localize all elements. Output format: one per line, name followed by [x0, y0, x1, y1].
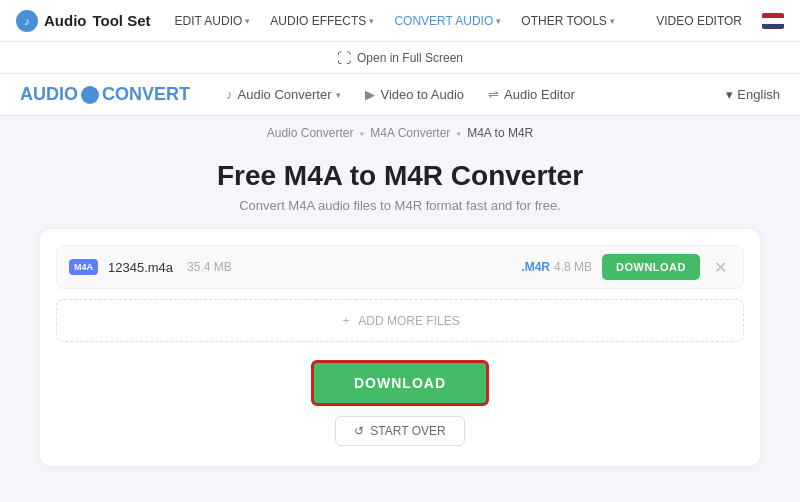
output-size: 4.8 MB: [554, 260, 592, 274]
sec-nav-audio-converter[interactable]: ♪ Audio Converter ▾: [214, 83, 353, 106]
file-row: M4A 12345.m4a 35.4 MB .M4R 4.8 MB DOWNLO…: [56, 245, 744, 289]
flag-icon: [762, 13, 784, 29]
fullscreen-bar[interactable]: ⛶ Open in Full Screen: [0, 42, 800, 74]
video-icon: ▶: [365, 87, 375, 102]
nav-convert-audio[interactable]: CONVERT AUDIO ▾: [386, 10, 509, 32]
file-name: 12345.m4a: [108, 260, 173, 275]
brand-logo[interactable]: AUDIO ♪ CONVERT: [20, 84, 190, 105]
chevron-down-icon: ▾: [369, 16, 374, 26]
chevron-down-icon: ▾: [726, 87, 733, 102]
close-file-button[interactable]: ✕: [710, 258, 731, 277]
page-title: Free M4A to M4R Converter: [40, 160, 760, 192]
plus-icon: ＋: [340, 312, 352, 329]
nav-other-tools[interactable]: OTHER TOOLS ▾: [513, 10, 623, 32]
breadcrumb-m4a-converter[interactable]: M4A Converter: [370, 126, 450, 140]
nav-video-editor[interactable]: VIDEO EDITOR: [648, 10, 750, 32]
top-nav: ♪ Audio Tool Set EDIT AUDIO ▾ AUDIO EFFE…: [0, 0, 800, 42]
sec-nav-audio-editor[interactable]: ⇌ Audio Editor: [476, 83, 587, 106]
language-selector[interactable]: ▾ English: [726, 87, 780, 102]
add-more-files-row[interactable]: ＋ ADD MORE FILES: [56, 299, 744, 342]
breadcrumb-audio-converter[interactable]: Audio Converter: [267, 126, 354, 140]
start-over-button[interactable]: ↺ START OVER: [335, 416, 464, 446]
chevron-down-icon: ▾: [610, 16, 615, 26]
logo-text2: Tool Set: [93, 12, 151, 29]
file-size: 35.4 MB: [187, 260, 232, 274]
secondary-nav: AUDIO ♪ CONVERT ♪ Audio Converter ▾ ▶ Vi…: [0, 74, 800, 116]
output-ext: .M4R: [521, 260, 550, 274]
chevron-down-icon: ▾: [496, 16, 501, 26]
logo[interactable]: ♪ Audio Tool Set: [16, 10, 151, 32]
brand-text2: CONVERT: [102, 84, 190, 105]
refresh-icon: ↺: [354, 424, 364, 438]
logo-icon: ♪: [16, 10, 38, 32]
output-info: .M4R 4.8 MB: [521, 260, 592, 274]
breadcrumb-dot: ●: [456, 129, 461, 138]
download-actions: DOWNLOAD ↺ START OVER: [56, 352, 744, 450]
fullscreen-icon: ⛶: [337, 50, 351, 66]
brand-text: AUDIO: [20, 84, 78, 105]
chevron-down-icon: ▾: [336, 90, 341, 100]
download-main-button[interactable]: DOWNLOAD: [311, 360, 489, 406]
brand-icon: ♪: [81, 86, 99, 104]
breadcrumb-dot: ●: [359, 129, 364, 138]
m4a-badge: M4A: [69, 259, 98, 275]
sliders-icon: ⇌: [488, 87, 499, 102]
breadcrumb-current: M4A to M4R: [467, 126, 533, 140]
logo-text: Audio: [44, 12, 87, 29]
download-file-button[interactable]: DOWNLOAD: [602, 254, 700, 280]
main-content: Free M4A to M4R Converter Convert M4A au…: [0, 148, 800, 466]
nav-edit-audio[interactable]: EDIT AUDIO ▾: [167, 10, 259, 32]
sec-nav-video-to-audio[interactable]: ▶ Video to Audio: [353, 83, 476, 106]
music-icon: ♪: [226, 87, 233, 102]
chevron-down-icon: ▾: [245, 16, 250, 26]
breadcrumb: Audio Converter ● M4A Converter ● M4A to…: [0, 116, 800, 148]
converter-box: M4A 12345.m4a 35.4 MB .M4R 4.8 MB DOWNLO…: [40, 229, 760, 466]
page-subtitle: Convert M4A audio files to M4R format fa…: [40, 198, 760, 213]
add-more-label: ADD MORE FILES: [358, 314, 459, 328]
nav-audio-effects[interactable]: AUDIO EFFECTS ▾: [262, 10, 382, 32]
fullscreen-label: Open in Full Screen: [357, 51, 463, 65]
